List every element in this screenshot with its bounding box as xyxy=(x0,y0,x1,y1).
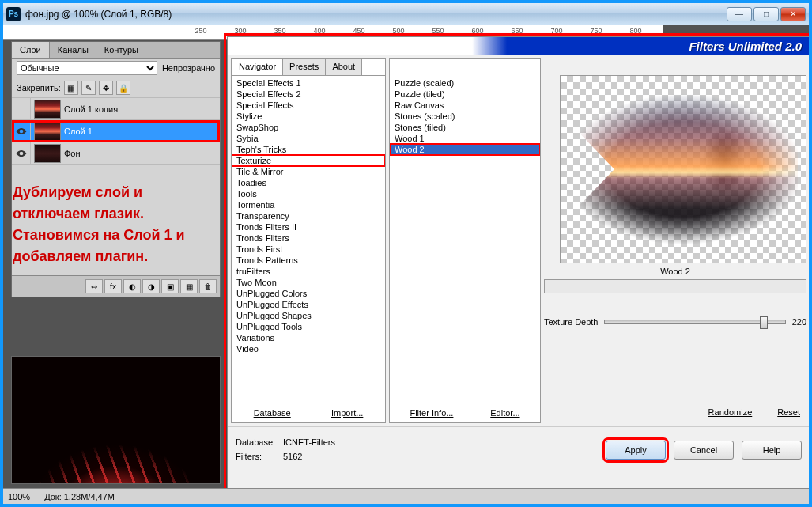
lock-brush-icon[interactable]: ✎ xyxy=(81,81,96,95)
dialog-title: Filters Unlimited 2.0 xyxy=(689,40,802,53)
category-item[interactable]: Teph's Tricks xyxy=(232,144,385,155)
ruler-tick: 400 xyxy=(313,27,325,35)
lock-label: Закрепить: xyxy=(17,83,61,93)
minimize-button[interactable]: — xyxy=(727,7,752,21)
filter-info-button[interactable]: Filter Info... xyxy=(406,407,456,419)
mask-icon[interactable]: ◐ xyxy=(123,279,141,293)
category-item[interactable]: UnPlugged Colors xyxy=(232,288,385,299)
category-item[interactable]: Tronds Filters xyxy=(232,233,385,244)
preview-column: Wood 2 Texture Depth 220 Randomize Reset xyxy=(544,58,806,423)
ruler-tick: 650 xyxy=(511,27,523,35)
ruler-tick: 800 xyxy=(629,27,641,35)
randomize-button[interactable]: Randomize xyxy=(705,406,756,418)
layer-thumbnail xyxy=(34,122,61,141)
filters-count-label: Filters: xyxy=(236,450,283,464)
trash-icon[interactable]: 🗑 xyxy=(199,279,217,293)
apply-button[interactable]: Apply xyxy=(606,441,666,460)
zoom-level: 100% xyxy=(8,492,30,501)
lock-all-icon[interactable]: 🔒 xyxy=(116,81,130,95)
filters-unlimited-dialog: Filters Unlimited 2.0 Navigator Presets … xyxy=(227,36,810,490)
tab-navigator[interactable]: Navigator xyxy=(232,59,283,75)
close-button[interactable]: ✕ xyxy=(780,7,806,21)
eye-icon[interactable] xyxy=(12,142,31,165)
editor-button[interactable]: Editor... xyxy=(487,407,523,419)
import-button[interactable]: Import... xyxy=(328,407,366,419)
param-slider[interactable] xyxy=(604,320,785,324)
preview-label: Wood 2 xyxy=(544,267,806,276)
category-item[interactable]: Toadies xyxy=(232,177,385,188)
preview-zoom-slider[interactable] xyxy=(544,279,806,293)
link-layers-icon[interactable]: ⇔ xyxy=(85,279,103,293)
category-item[interactable]: Tools xyxy=(232,188,385,199)
category-item[interactable]: Tronds Patterns xyxy=(232,255,385,266)
ruler-tick: 300 xyxy=(234,27,246,35)
category-item[interactable]: Tronds Filters II xyxy=(232,221,385,233)
tab-paths[interactable]: Контуры xyxy=(96,42,146,58)
category-item[interactable]: SwapShop xyxy=(232,122,385,133)
maximize-button[interactable]: □ xyxy=(753,7,779,21)
filter-item[interactable]: Raw Canvas xyxy=(390,100,540,111)
category-item[interactable]: Transparency xyxy=(232,210,385,221)
adjustment-icon[interactable]: ◑ xyxy=(142,279,160,293)
annotation-text: Дублируем слой и отключаем глазик. Стано… xyxy=(13,182,223,267)
cancel-button[interactable]: Cancel xyxy=(674,441,734,460)
filter-item[interactable]: Stones (tiled) xyxy=(390,122,540,133)
layer-row[interactable]: Слой 1 копия xyxy=(12,98,220,120)
category-item[interactable]: Tormentia xyxy=(232,199,385,210)
category-item[interactable]: Special Effects 2 xyxy=(232,89,385,100)
category-item[interactable]: UnPlugged Effects xyxy=(232,299,385,310)
category-item[interactable]: Tile & Mirror xyxy=(232,166,385,177)
filter-item[interactable]: Wood 1 xyxy=(390,133,540,144)
filter-list[interactable]: Puzzle (scaled)Puzzle (tiled)Raw CanvasS… xyxy=(390,76,540,403)
category-item[interactable]: truFilters xyxy=(232,266,385,277)
category-item[interactable]: Tronds First xyxy=(232,244,385,255)
database-button[interactable]: Database xyxy=(251,407,294,419)
category-item[interactable]: Stylize xyxy=(232,111,385,122)
filter-item[interactable]: Wood 2 xyxy=(390,144,540,155)
new-layer-icon[interactable]: ▦ xyxy=(180,279,198,293)
folder-icon[interactable]: ▣ xyxy=(161,279,179,293)
category-item[interactable]: Special Effects xyxy=(232,100,385,111)
category-item[interactable]: Sybia xyxy=(232,133,385,144)
tab-about[interactable]: About xyxy=(325,59,362,75)
blend-mode-select[interactable]: Обычные xyxy=(17,61,157,75)
canvas-preview xyxy=(11,356,221,484)
param-value: 220 xyxy=(792,317,806,327)
category-item[interactable]: Special Effects 1 xyxy=(232,78,385,89)
tab-channels[interactable]: Каналы xyxy=(50,42,96,58)
layer-row-selected[interactable]: Слой 1 xyxy=(12,120,220,142)
eye-icon[interactable] xyxy=(12,98,31,120)
ruler-tick: 600 xyxy=(471,27,483,35)
filters-count-value: 5162 xyxy=(283,452,302,461)
ruler-tick: 350 xyxy=(274,27,285,35)
category-list[interactable]: Special Effects 1Special Effects 2Specia… xyxy=(232,76,385,403)
db-value: ICNET-Filters xyxy=(283,437,335,447)
slider-thumb[interactable] xyxy=(760,316,768,329)
category-item[interactable]: UnPlugged Tools xyxy=(232,321,385,332)
filter-item[interactable]: Puzzle (scaled) xyxy=(390,78,540,89)
layer-row[interactable]: Фон xyxy=(12,142,220,165)
category-column: Navigator Presets About Special Effects … xyxy=(231,58,386,423)
filter-item[interactable]: Puzzle (tiled) xyxy=(390,89,540,100)
filter-column: Puzzle (scaled)Puzzle (tiled)Raw CanvasS… xyxy=(389,58,541,423)
ruler-tick: 750 xyxy=(590,27,602,35)
dialog-banner: Filters Unlimited 2.0 xyxy=(228,37,810,55)
layer-name: Слой 1 xyxy=(64,127,220,136)
layer-name: Слой 1 копия xyxy=(64,104,220,114)
reset-button[interactable]: Reset xyxy=(774,406,803,418)
lock-move-icon[interactable]: ✥ xyxy=(99,81,113,95)
tab-layers[interactable]: Слои xyxy=(12,42,50,58)
category-item[interactable]: UnPlugged Shapes xyxy=(232,310,385,321)
category-item[interactable]: Two Moon xyxy=(232,277,385,288)
eye-icon[interactable] xyxy=(12,120,31,142)
ruler-tick: 450 xyxy=(353,27,364,35)
category-item[interactable]: Variations xyxy=(232,332,385,343)
help-button[interactable]: Help xyxy=(742,441,802,460)
lock-transparent-icon[interactable]: ▦ xyxy=(64,81,78,95)
fx-icon[interactable]: fx xyxy=(104,279,122,293)
layer-name: Фон xyxy=(64,149,220,158)
filter-item[interactable]: Stones (scaled) xyxy=(390,111,540,122)
category-item[interactable]: Video xyxy=(232,343,385,354)
tab-presets[interactable]: Presets xyxy=(282,59,326,75)
category-item[interactable]: Texturize xyxy=(232,155,385,166)
